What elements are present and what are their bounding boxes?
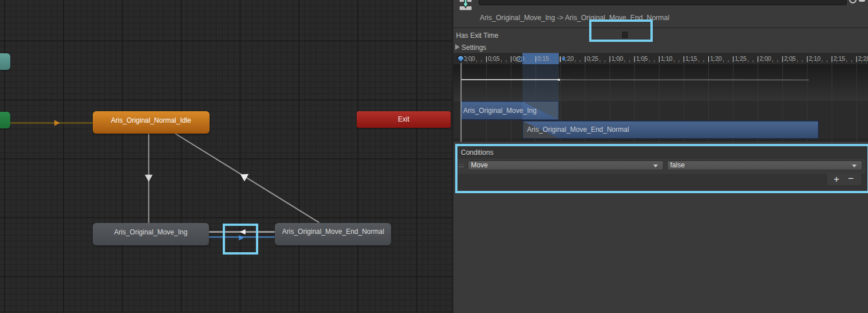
svg-text:2:15: 2:15 — [834, 55, 846, 62]
svg-text:2:00: 2:00 — [759, 55, 771, 62]
svg-text:2:05: 2:05 — [784, 55, 796, 62]
svg-text:1:20: 1:20 — [710, 55, 722, 62]
svg-text:Aris_Original_Move_End_Normal: Aris_Original_Move_End_Normal — [527, 126, 629, 134]
svg-text:1:15: 1:15 — [685, 55, 697, 62]
svg-text:1:05: 1:05 — [636, 55, 648, 62]
svg-text:0:25: 0:25 — [587, 55, 599, 62]
svg-text:0:15: 0:15 — [538, 55, 550, 62]
svg-text:1:00: 1:00 — [611, 55, 624, 62]
svg-text:Aris_Original_Move_Ing: Aris_Original_Move_Ing — [463, 106, 536, 114]
svg-text:1:25: 1:25 — [735, 55, 747, 62]
svg-text:0:00: 0:00 — [463, 55, 475, 62]
svg-text:2:10: 2:10 — [809, 55, 821, 62]
svg-text:0:05: 0:05 — [488, 55, 500, 62]
svg-text:1:10: 1:10 — [661, 55, 673, 62]
